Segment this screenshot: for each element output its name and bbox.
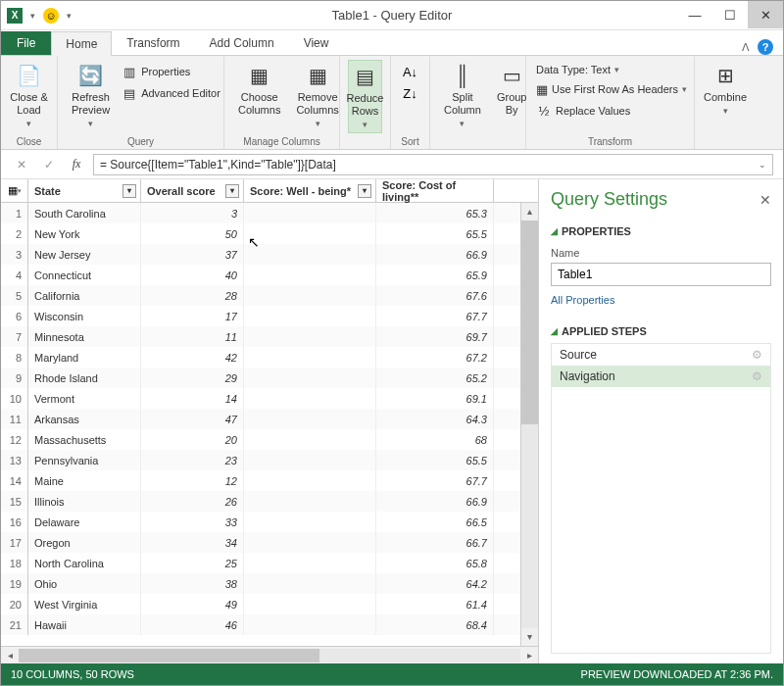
cell-cost-living[interactable]: 66.7 — [376, 532, 494, 553]
cell-wellbeing[interactable] — [244, 594, 376, 614]
cell-state[interactable]: Vermont — [28, 388, 141, 409]
formula-dropdown-icon[interactable]: ⌄ — [759, 160, 766, 170]
panel-close-icon[interactable]: ✕ — [760, 192, 771, 208]
properties-button[interactable]: ▥Properties — [120, 62, 222, 81]
refresh-preview-button[interactable]: 🔄 Refresh Preview ▾ — [66, 60, 116, 131]
cell-overall-score[interactable]: 42 — [141, 347, 244, 368]
cell-state[interactable]: Illinois — [28, 491, 141, 512]
table-row[interactable]: 13Pennsylvania2365.5 — [1, 450, 520, 470]
reduce-rows-button[interactable]: ▤Reduce Rows▾ — [348, 60, 382, 133]
cell-state[interactable]: Maryland — [28, 347, 141, 368]
cell-overall-score[interactable]: 26 — [141, 491, 244, 512]
cell-state[interactable]: Maine — [28, 470, 141, 491]
cell-wellbeing[interactable] — [244, 614, 376, 635]
close-button[interactable]: ✕ — [748, 1, 783, 28]
cell-overall-score[interactable]: 23 — [141, 450, 244, 470]
cell-cost-living[interactable]: 69.1 — [376, 388, 494, 409]
split-column-button[interactable]: ║Split Column▾ — [438, 60, 487, 131]
grid-body[interactable]: ↖ 1South Carolina365.32New York5065.53Ne… — [1, 203, 520, 646]
filter-dropdown-icon[interactable]: ▾ — [358, 184, 371, 198]
cell-cost-living[interactable]: 68 — [376, 429, 494, 450]
cell-overall-score[interactable]: 17 — [141, 306, 244, 326]
cell-wellbeing[interactable] — [244, 470, 376, 491]
cell-overall-score[interactable]: 50 — [141, 223, 244, 244]
cell-state[interactable]: Ohio — [28, 573, 141, 594]
scroll-up-icon[interactable]: ▴ — [521, 203, 538, 220]
col-header-overall[interactable]: Overall score▾ — [141, 179, 244, 202]
cell-overall-score[interactable]: 40 — [141, 265, 244, 285]
cell-wellbeing[interactable] — [244, 491, 376, 512]
filter-dropdown-icon[interactable]: ▾ — [122, 184, 136, 198]
data-type-button[interactable]: Data Type: Text ▾ — [534, 62, 686, 77]
cell-cost-living[interactable]: 65.9 — [376, 265, 494, 285]
cell-wellbeing[interactable] — [244, 409, 376, 429]
table-row[interactable]: 6Wisconsin1767.7 — [1, 306, 520, 326]
cell-state[interactable]: Oregon — [28, 532, 141, 553]
cell-wellbeing[interactable] — [244, 429, 376, 450]
scroll-down-icon[interactable]: ▾ — [521, 628, 538, 646]
choose-columns-button[interactable]: ▦Choose Columns — [232, 60, 286, 119]
cell-wellbeing[interactable] — [244, 265, 376, 285]
cell-cost-living[interactable]: 61.4 — [376, 594, 494, 614]
tab-view[interactable]: View — [289, 30, 344, 55]
cell-overall-score[interactable]: 37 — [141, 244, 244, 265]
cell-overall-score[interactable]: 38 — [141, 573, 244, 594]
cell-wellbeing[interactable] — [244, 306, 376, 326]
maximize-button[interactable]: ☐ — [712, 1, 748, 28]
cell-state[interactable]: Arkansas — [28, 409, 141, 429]
cell-cost-living[interactable]: 64.2 — [376, 573, 494, 594]
cell-overall-score[interactable]: 28 — [141, 285, 244, 306]
table-row[interactable]: 4Connecticut4065.9 — [1, 265, 520, 285]
cell-wellbeing[interactable] — [244, 326, 376, 347]
cell-state[interactable]: New York — [28, 223, 141, 244]
table-row[interactable]: 12Massachusetts2068 — [1, 429, 520, 450]
cell-state[interactable]: Wisconsin — [28, 306, 141, 326]
cell-state[interactable]: Minnesota — [28, 326, 141, 347]
col-header-cost[interactable]: Score: Cost of living** — [376, 179, 494, 202]
cell-overall-score[interactable]: 20 — [141, 429, 244, 450]
scroll-thumb[interactable] — [19, 649, 319, 662]
file-tab[interactable]: File — [1, 31, 51, 55]
horizontal-scrollbar[interactable]: ◂ ▸ — [1, 646, 538, 663]
cell-overall-score[interactable]: 33 — [141, 512, 244, 532]
tab-home[interactable]: Home — [51, 31, 112, 56]
cell-cost-living[interactable]: 65.5 — [376, 223, 494, 244]
qat-dropdown-icon[interactable]: ▾ — [26, 11, 39, 21]
scroll-thumb[interactable] — [521, 220, 538, 424]
cell-state[interactable]: New Jersey — [28, 244, 141, 265]
step-source[interactable]: Source⚙ — [552, 344, 770, 366]
cell-wellbeing[interactable] — [244, 388, 376, 409]
table-row[interactable]: 5California2867.6 — [1, 285, 520, 306]
cell-overall-score[interactable]: 11 — [141, 326, 244, 347]
cell-cost-living[interactable]: 67.7 — [376, 306, 494, 326]
scroll-left-icon[interactable]: ◂ — [1, 650, 19, 661]
cell-overall-score[interactable]: 25 — [141, 553, 244, 573]
cell-state[interactable]: Rhode Island — [28, 368, 141, 388]
cell-overall-score[interactable]: 46 — [141, 614, 244, 635]
cell-overall-score[interactable]: 14 — [141, 388, 244, 409]
cell-cost-living[interactable]: 67.7 — [376, 470, 494, 491]
cell-cost-living[interactable]: 67.6 — [376, 285, 494, 306]
cell-state[interactable]: California — [28, 285, 141, 306]
cell-state[interactable]: North Carolina — [28, 553, 141, 573]
cell-state[interactable]: Delaware — [28, 512, 141, 532]
cell-overall-score[interactable]: 34 — [141, 532, 244, 553]
replace-values-button[interactable]: ½Replace Values — [534, 101, 686, 121]
cell-overall-score[interactable]: 29 — [141, 368, 244, 388]
cell-cost-living[interactable]: 69.7 — [376, 326, 494, 347]
table-row[interactable]: 21Hawaii4668.4 — [1, 614, 520, 635]
cell-cost-living[interactable]: 66.5 — [376, 512, 494, 532]
table-row[interactable]: 8Maryland4267.2 — [1, 347, 520, 368]
cell-wellbeing[interactable] — [244, 368, 376, 388]
collapse-ribbon-icon[interactable]: ᐱ — [742, 41, 750, 54]
cell-cost-living[interactable]: 66.9 — [376, 491, 494, 512]
all-properties-link[interactable]: All Properties — [551, 294, 771, 306]
table-row[interactable]: 9Rhode Island2965.2 — [1, 368, 520, 388]
step-navigation[interactable]: Navigation⚙ — [552, 366, 770, 387]
help-icon[interactable]: ? — [758, 39, 773, 55]
properties-heading[interactable]: ◢PROPERTIES — [551, 225, 771, 237]
table-row[interactable]: 7Minnesota1169.7 — [1, 326, 520, 347]
cell-wellbeing[interactable] — [244, 244, 376, 265]
table-row[interactable]: 11Arkansas4764.3 — [1, 409, 520, 429]
cell-cost-living[interactable]: 65.3 — [376, 203, 494, 223]
